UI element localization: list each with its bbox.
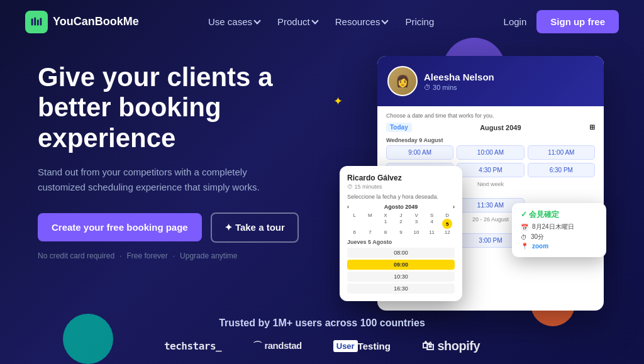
signup-button[interactable]: Sign up free (536, 10, 619, 33)
location-icon: 📍 (521, 243, 528, 250)
main-wrapper: ✦ ✦ YouCanBookMe Use cases (0, 0, 644, 364)
mini-time-slot[interactable]: 10:30 (347, 272, 455, 282)
cal-header: Today August 2049 ⊞ (386, 123, 595, 132)
ricardo-duration: ⏱ 15 minutes (347, 184, 455, 190)
nav-links: Use cases Product Resources Pricing (208, 16, 434, 27)
svg-rect-3 (40, 18, 42, 25)
mini-time-slot[interactable]: 16:30 (347, 284, 455, 294)
logo-usertesting: User Testing (333, 340, 391, 352)
mini-cal-header: ‹ Agosto 2049 › (347, 204, 455, 210)
nav-item-product[interactable]: Product (277, 16, 318, 27)
logos-row: techstars_ ⌒ randstad User Testing 🛍 sho… (25, 339, 619, 353)
hero-title: Give your clients a better booking exper… (38, 62, 327, 153)
time-slot[interactable]: 11:00 AM (528, 145, 595, 160)
svg-rect-0 (31, 18, 33, 25)
nav-link-pricing[interactable]: Pricing (405, 16, 434, 27)
aleesha-duration: ⏱ 30 mins (424, 84, 494, 91)
tooltip-zoom-row: 📍 zoom (521, 243, 597, 250)
hero-fine-print: No credit card required · Free forever ·… (38, 251, 327, 260)
mini-time-slot-highlighted[interactable]: 09:00 (347, 260, 455, 270)
chevron-down-icon-3 (382, 17, 389, 24)
time-slot[interactable]: 4:30 PM (457, 163, 524, 177)
tooltip-card: ✓ 会見確定 📅 8月24日木曜日 ⏱ 30分 📍 zoom (512, 203, 606, 257)
nav-item-resources[interactable]: Resources (335, 16, 388, 27)
mini-time-list: 08:00 09:00 10:30 16:30 (347, 248, 455, 294)
nav-item-usecases[interactable]: Use cases (208, 16, 260, 27)
svg-rect-2 (37, 19, 39, 25)
time-slot[interactable]: 6:30 PM (528, 163, 595, 177)
logo-icon (25, 11, 48, 33)
logo-svg (30, 15, 43, 29)
time-slot[interactable]: 10:00 AM (457, 145, 524, 160)
create-booking-button[interactable]: Create your free booking page (38, 213, 202, 241)
nav-link-resources[interactable]: Resources (335, 16, 388, 27)
logo-randstad: ⌒ randstad (253, 340, 302, 352)
calendar-nav-icon[interactable]: ⊞ (589, 123, 595, 131)
brand-name: YouCanBookMe (53, 15, 139, 28)
hero-right: 👩 Aleesha Nelson ⏱ 30 mins Choose a date… (340, 56, 619, 307)
hero-section: Give your clients a better booking exper… (0, 43, 644, 307)
booking-card-ricardo: Ricardo Gálvez ⏱ 15 minutes Seleccione l… (340, 166, 462, 301)
selected-day[interactable]: 5 (442, 219, 452, 229)
avatar: 👩 (387, 66, 418, 96)
logo-shopify: 🛍 shopify (422, 339, 480, 353)
calendar-icon: 📅 (521, 224, 528, 231)
logo-link[interactable]: YouCanBookMe (25, 11, 139, 33)
chevron-down-icon-2 (311, 17, 318, 24)
clock-icon: ⏱ (521, 234, 527, 241)
hero-cta: Create your free booking page ✦ Take a t… (38, 212, 327, 243)
trusted-section: Trusted by 1M+ users across 100 countrie… (0, 307, 644, 361)
time-slot[interactable]: 9:00 AM (386, 145, 453, 160)
nav-link-usecases[interactable]: Use cases (208, 16, 260, 27)
mini-time-slot[interactable]: 08:00 (347, 248, 455, 258)
svg-rect-1 (34, 17, 36, 25)
card-aleesha-info: Aleesha Nelson ⏱ 30 mins (424, 72, 494, 91)
nav-right: Login Sign up free (504, 10, 619, 33)
chevron-down-icon (253, 17, 260, 24)
hero-subtitle: Stand out from your competitors with a c… (38, 165, 277, 195)
tooltip-duration-row: ⏱ 30分 (521, 233, 597, 241)
nav-link-product[interactable]: Product (277, 16, 318, 27)
trusted-title: Trusted by 1M+ users across 100 countrie… (25, 317, 619, 329)
take-tour-button[interactable]: ✦ Take a tour (211, 212, 299, 243)
nav-item-pricing[interactable]: Pricing (405, 16, 434, 27)
login-button[interactable]: Login (504, 16, 527, 27)
tooltip-date-row: 📅 8月24日木曜日 (521, 223, 597, 231)
navbar: YouCanBookMe Use cases Product Resources (0, 0, 644, 43)
hero-left: Give your clients a better booking exper… (38, 56, 327, 260)
logo-techstars: techstars_ (164, 340, 221, 352)
card-aleesha-header: 👩 Aleesha Nelson ⏱ 30 mins (377, 56, 604, 106)
mini-cal-grid: LMXJVSD 12345 6789101112 (347, 212, 455, 235)
